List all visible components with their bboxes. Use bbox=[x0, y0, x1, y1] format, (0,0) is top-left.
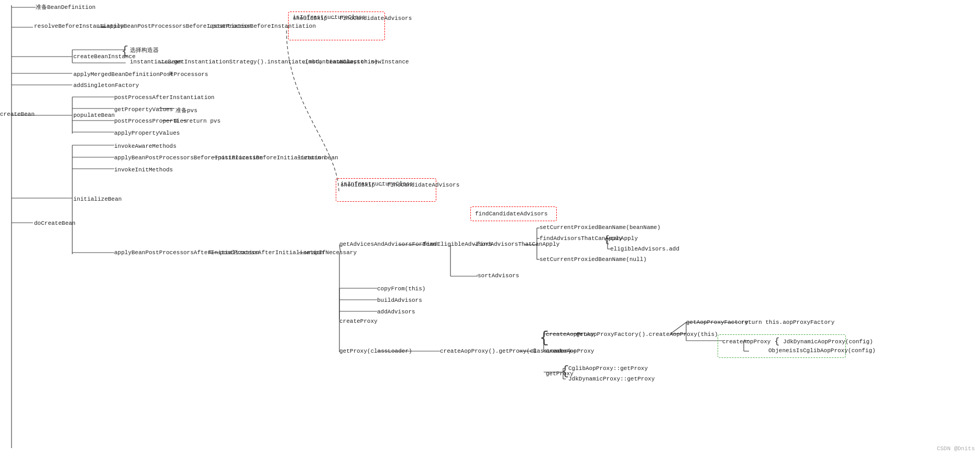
get-advices-and-advisors: getAdvicesAndAdvisorsForBean bbox=[339, 241, 436, 247]
initialize-bean: initializeBean bbox=[73, 196, 122, 202]
return-aop-proxy-factory: return this.aopProxyFactory bbox=[741, 319, 834, 325]
diagram-container: 准备BeanDefinition createBean resolveBefor… bbox=[0, 0, 980, 457]
green-box-create-aop: createAopProxy { JdkDynamicAopProxy(conf… bbox=[718, 334, 846, 358]
invoke-aware-methods: invokeAwareMethods bbox=[114, 143, 177, 149]
find-candidate-advisors-3: findCandidateAdvisors bbox=[475, 211, 548, 217]
do-create-bean: doCreateBean bbox=[34, 220, 75, 226]
find-advisors-that-can-apply: findAdvisorsThatCanApply bbox=[477, 241, 559, 247]
eligible-advisors-add: eligibleAdvisors.add bbox=[610, 246, 679, 252]
instantiate-class: instantiateClass bbox=[305, 59, 360, 65]
post-process-after-instantiation: postProcessAfterInstantiation bbox=[114, 94, 214, 101]
get-property-values: getPropertyValues bbox=[114, 106, 173, 113]
populate-bean: populateBean bbox=[73, 112, 115, 118]
add-advisors: addAdvisors bbox=[377, 309, 415, 315]
brace-create-bean-instance: { bbox=[122, 46, 128, 57]
red-box-1: isInfrastructureClass shouldSkip — findC… bbox=[288, 12, 385, 40]
return-pvs: return pvs bbox=[186, 118, 221, 124]
prepare-bean-definition: 准备BeanDefinition bbox=[36, 3, 95, 11]
equiv-merged: ≡ bbox=[169, 70, 173, 78]
sort-advisors: sortAdvisors bbox=[478, 273, 519, 279]
ctor-new-instance: ctor.newInstance bbox=[354, 59, 409, 65]
wrap-if-necessary: wrapIfNecessary bbox=[305, 249, 357, 256]
create-proxy: createProxy bbox=[339, 318, 378, 324]
set-current-proxied-bean-name-2: setCurrentProxiedBeanName(null) bbox=[539, 256, 647, 263]
get-aop-proxy-factory: getAopProxyFactory().createAopProxy(this… bbox=[576, 331, 718, 338]
watermark: CSDN @Dnits bbox=[937, 445, 975, 452]
jdk-dynamic-aop-proxy: JdkDynamicAopProxy(config) bbox=[783, 339, 873, 345]
equiv-post-process: ≡ bbox=[174, 117, 178, 125]
is-infrastructure-class-2: isInfrastructureClass bbox=[340, 181, 413, 187]
equiv-get-proxy: ≡ bbox=[532, 347, 536, 355]
equiv-resolve: ≡ bbox=[101, 23, 105, 31]
add-singleton-factory: addSingletonFactory bbox=[73, 82, 139, 89]
can-apply: canApply bbox=[610, 235, 638, 242]
return-bean: return bean bbox=[300, 155, 338, 161]
apply-merged-bean-def: applyMergedBeanDefinitionPostProcessors bbox=[73, 71, 208, 78]
set-current-proxied-bean-name-1: setCurrentProxiedBeanName(beanName) bbox=[539, 224, 660, 231]
jdk-get-proxy: JdkDynamicProxy::getProxy bbox=[568, 376, 655, 382]
obljenes-is-cglib-aop-proxy: ObjeneisIsCglibAopProxy(config) bbox=[768, 347, 876, 354]
build-advisors: buildAdvisors bbox=[377, 297, 422, 303]
create-aop-proxy-outer: createAopProxy bbox=[546, 348, 594, 354]
invoke-init-methods: invokeInitMethods bbox=[114, 167, 173, 173]
create-bean: createBean bbox=[0, 111, 35, 117]
copy-from-this: copyFrom(this) bbox=[377, 286, 425, 292]
apply-property-values: applyPropertyValues bbox=[114, 130, 180, 136]
is-infrastructure-class-1: isInfrastructureClass bbox=[293, 14, 366, 20]
select-constructor: 选择构造器 bbox=[130, 46, 159, 54]
red-box-2: isInfrastructureClass shouldSkip — findC… bbox=[336, 178, 436, 202]
equiv-after-init: ≡ bbox=[208, 248, 212, 257]
cglib-get-proxy: CglibAopProxy::getProxy bbox=[568, 365, 648, 372]
flow-lines bbox=[0, 0, 980, 457]
brace-find-advisors: { bbox=[604, 234, 610, 245]
get-aop-proxy-factory-return: getAopProxyFactory bbox=[686, 319, 748, 325]
create-aop-proxy-inner-label: createAopProxy bbox=[722, 339, 770, 345]
red-box-3: findCandidateAdvisors bbox=[470, 206, 557, 221]
get-proxy: getProxy(classLoader) bbox=[339, 348, 412, 354]
prepare-pvs: 准备pvs bbox=[175, 106, 197, 114]
